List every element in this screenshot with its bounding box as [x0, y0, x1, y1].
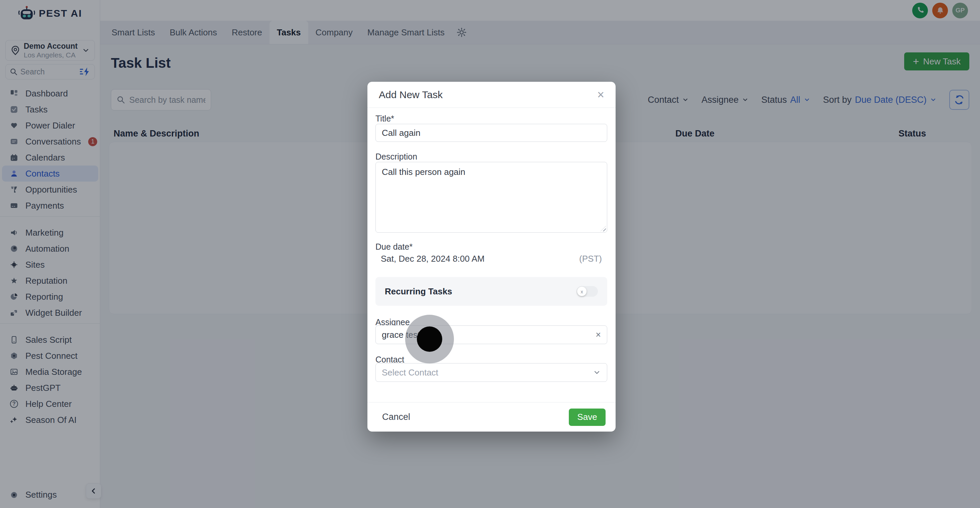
modal-footer: Cancel Save — [368, 402, 616, 432]
due-date-picker[interactable]: Sat, Dec 28, 2024 8:00 AM (PST) — [375, 250, 607, 267]
recurring-tasks-toggle[interactable]: x — [576, 286, 598, 297]
chevron-down-icon — [593, 368, 601, 376]
close-icon[interactable]: × — [597, 89, 604, 101]
contact-select-placeholder: Select Contact — [382, 367, 593, 378]
modal-title: Add New Task — [379, 89, 442, 100]
toggle-knob-x-icon: x — [577, 287, 587, 296]
clear-assignee-icon[interactable]: × — [595, 330, 601, 340]
description-field-label: Description — [375, 152, 417, 162]
due-date-timezone: (PST) — [579, 254, 602, 264]
due-date-value: Sat, Dec 28, 2024 8:00 AM — [381, 254, 485, 264]
recurring-tasks-label: Recurring Tasks — [385, 286, 452, 297]
description-textarea[interactable]: Call this person again — [375, 162, 607, 233]
cancel-button[interactable]: Cancel — [377, 408, 415, 425]
contact-select[interactable]: Select Contact — [375, 363, 607, 382]
recurring-tasks-panel: Recurring Tasks x — [375, 277, 607, 306]
title-input[interactable] — [375, 124, 607, 142]
app-root: PEST AI Demo Account Los Angeles, CA — [0, 0, 980, 508]
modal-header: Add New Task × — [368, 82, 616, 108]
add-new-task-modal: Add New Task × Title* Description Call t… — [368, 82, 616, 432]
save-button[interactable]: Save — [569, 408, 606, 426]
assignee-input[interactable] — [382, 330, 595, 340]
title-field-label: Title* — [375, 114, 394, 124]
assignee-field: × — [375, 325, 607, 344]
